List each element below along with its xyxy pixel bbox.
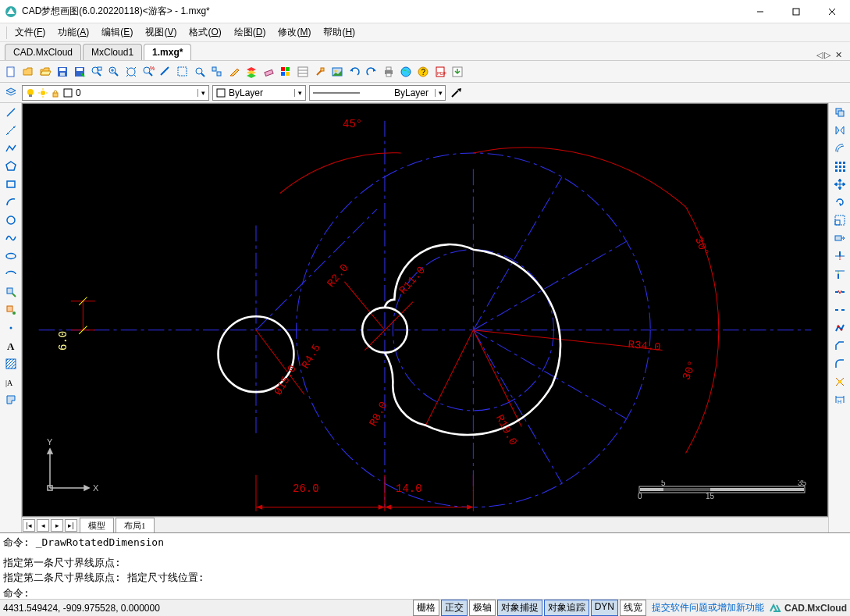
chamfer-tool[interactable] [832,338,848,354]
xline-tool[interactable] [3,123,19,138]
zoom-extents-button[interactable] [123,64,139,80]
save-as-button[interactable] [72,64,87,80]
stretch-tool[interactable] [832,230,848,246]
doc-tab[interactable]: MxCloud1 [83,44,142,60]
zoom-scale-button[interactable]: % [140,64,156,80]
vtab-prev-button[interactable]: ◂ [37,519,49,532]
extend-tool[interactable] [832,266,848,282]
copy-tool[interactable] [832,105,848,120]
pdf-button[interactable]: PDF [432,64,448,80]
measure-button[interactable] [158,64,173,80]
region-tool[interactable] [3,392,19,408]
point-tool[interactable] [3,320,19,336]
menu-h[interactable]: 帮助(H) [317,23,361,41]
erase-button[interactable] [261,64,276,80]
viewport-tab[interactable]: 布局1 [116,518,155,533]
hatch-tool[interactable] [3,356,19,372]
offset-tool[interactable] [832,141,848,156]
status-toggle[interactable]: 对象捕捉 [497,600,542,616]
save-button[interactable] [55,64,70,80]
layers-button[interactable] [244,64,259,80]
rectangle-tool[interactable] [3,176,19,192]
status-toggle[interactable]: 正交 [441,600,468,616]
minimize-button[interactable] [742,0,778,23]
linetype-combo[interactable]: ByLayer ▾ [309,85,446,101]
redo-button[interactable] [364,64,379,80]
print-button[interactable] [381,64,397,80]
image-button[interactable] [329,64,345,80]
close-button[interactable] [814,0,850,23]
vtab-first-button[interactable]: |◂ [23,519,35,532]
match-prop-button[interactable] [312,64,328,80]
menu-e[interactable]: 编辑(E) [95,23,139,41]
tab-next-button[interactable]: ▷ [824,50,830,60]
viewport-tab[interactable]: 模型 [80,518,114,533]
color-button[interactable] [278,64,293,80]
export-button[interactable] [450,64,465,80]
drawing-canvas[interactable]: 45° 30° 30° R2.0 R11.0 R4.5 Ø15.0 R8.0 R… [22,103,828,517]
move-tool[interactable] [832,176,848,192]
lineweight-button[interactable] [449,85,464,101]
mtext-tool[interactable]: A [3,338,19,354]
tab-close-button[interactable]: ✕ [835,50,842,60]
command-window[interactable]: 命令: _DrawRotatedDimension 指定第一条尺寸界线原点: 指… [0,532,850,599]
menu-d[interactable]: 绘图(D) [228,23,272,41]
vtab-last-button[interactable]: ▸| [65,519,77,532]
open-button[interactable] [20,64,36,80]
ellipse-arc-tool[interactable] [3,266,19,282]
make-block-tool[interactable] [3,302,19,318]
rotate-tool[interactable] [832,194,848,210]
maximize-button[interactable] [778,0,814,23]
feedback-link[interactable]: 提交软件问题或增加新功能 [652,601,764,614]
help-button[interactable]: ? [415,64,431,80]
open-folder-button[interactable] [37,64,53,80]
dtext-tool[interactable]: |A [3,374,19,390]
select-all-button[interactable] [209,64,225,80]
explode-tool[interactable] [832,374,848,390]
color-combo[interactable]: ByLayer ▾ [212,85,306,101]
menu-o[interactable]: 格式(O) [183,23,227,41]
polyline-tool[interactable] [3,141,19,156]
vtab-next-button[interactable]: ▸ [51,519,63,532]
menu-a[interactable]: 功能(A) [52,23,95,41]
new-button[interactable] [3,64,19,80]
break-tool[interactable] [832,284,848,300]
circle-tool[interactable] [3,212,19,228]
zoom-in-button[interactable] [106,64,122,80]
status-toggle[interactable]: 线宽 [620,600,646,616]
edit-button[interactable] [226,64,242,80]
svg-line-85 [473,330,626,418]
properties-button[interactable] [295,64,311,80]
status-toggle[interactable]: DYN [591,600,618,616]
array-tool[interactable] [832,158,848,174]
insert-block-tool[interactable] [3,284,19,300]
status-toggle[interactable]: 对象追踪 [544,600,589,616]
join-tool[interactable] [832,320,848,336]
scale-tool[interactable] [832,212,848,228]
status-toggle[interactable]: 极轴 [469,600,496,616]
dimension-tool[interactable]: H [832,392,848,408]
menu-v[interactable]: 视图(V) [139,23,183,41]
fillet-tool[interactable] [832,356,848,372]
undo-button[interactable] [347,64,362,80]
layer-manager-button[interactable] [3,85,19,101]
menu-m[interactable]: 修改(M) [272,23,317,41]
mirror-tool[interactable] [832,123,848,138]
areasel-button[interactable] [175,64,190,80]
layer-combo[interactable]: 0 ▾ [22,85,209,101]
spline-tool[interactable] [3,230,19,246]
menu-f[interactable]: 文件(F) [9,23,52,41]
tab-prev-button[interactable]: ◁ [816,50,823,60]
doc-tab[interactable]: 1.mxg* [144,44,191,60]
ellipse-tool[interactable] [3,248,19,264]
zoom-window-button[interactable] [89,64,105,80]
line-tool[interactable] [3,105,19,120]
trim-tool[interactable] [832,248,848,264]
break2-tool[interactable] [832,302,848,318]
arc-tool[interactable] [3,194,19,210]
globe-button[interactable] [398,64,414,80]
pan-button[interactable] [192,64,208,80]
status-toggle[interactable]: 栅格 [413,600,439,616]
polygon-tool[interactable] [3,158,19,174]
doc-tab[interactable]: CAD.MxCloud [5,44,81,60]
